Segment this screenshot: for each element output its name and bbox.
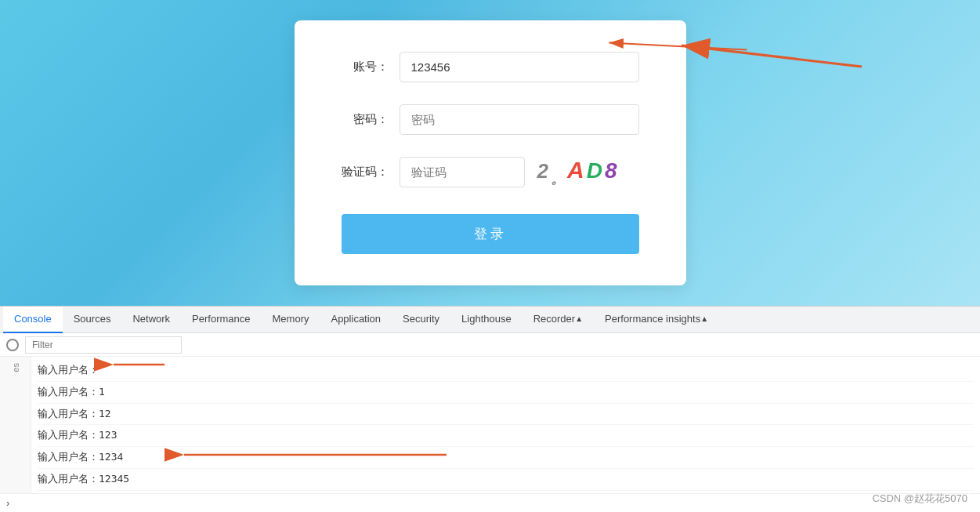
account-input[interactable] (400, 52, 639, 82)
bottom-prompt: › (0, 493, 980, 512)
filter-input[interactable] (25, 336, 182, 354)
tab-console[interactable]: Console (3, 307, 63, 333)
devtools-content: es 输入用户名： 输入用户名：1 输入用户名：1 (0, 357, 980, 493)
login-button[interactable]: 登录 (342, 214, 639, 254)
console-line-3: 输入用户名：12 (38, 404, 974, 426)
captcha-image: 2。AD8 (537, 157, 620, 188)
chevron-right-icon: › (6, 497, 9, 509)
devtools-tabs: Console Sources Network Performance Memo… (0, 307, 980, 333)
login-card: 账号： 密码： 验证码： 2。AD8 登录 (295, 20, 686, 286)
tab-network[interactable]: Network (121, 307, 181, 333)
sidebar-label: es (11, 363, 20, 372)
captcha-char-2: 2 (537, 159, 551, 183)
password-row: 密码： (342, 104, 639, 135)
account-label: 账号： (342, 60, 389, 74)
devtools-sidebar: es (0, 357, 31, 493)
main-content: 账号： 密码： 验证码： 2。AD8 登录 (0, 0, 980, 306)
captcha-group: 2。AD8 (400, 157, 620, 188)
svg-line-3 (682, 45, 862, 67)
tab-performance-insights[interactable]: Performance insights (594, 307, 719, 333)
captcha-char-D: D (587, 158, 605, 183)
captcha-label: 验证码： (342, 165, 389, 180)
captcha-char-A: A (567, 157, 587, 183)
captcha-char-8: 8 (605, 158, 620, 183)
watermark: CSDN @赵花花5070 (872, 492, 967, 506)
tab-security[interactable]: Security (392, 307, 450, 333)
console-line-1: 输入用户名： (38, 360, 974, 382)
tab-sources[interactable]: Sources (63, 307, 122, 333)
tab-performance[interactable]: Performance (181, 307, 261, 333)
password-label: 密码： (342, 112, 389, 127)
tab-application[interactable]: Application (320, 307, 392, 333)
password-input[interactable] (400, 104, 639, 135)
devtools-panel: Console Sources Network Performance Memo… (0, 306, 980, 512)
captcha-input[interactable] (400, 157, 525, 187)
account-row: 账号： (342, 52, 639, 82)
devtools-toolbar (0, 333, 980, 357)
captcha-row: 验证码： 2。AD8 (342, 157, 639, 188)
console-output: 输入用户名： 输入用户名：1 输入用户名：12 输入用户名：123 输入用户名：… (31, 357, 980, 493)
console-line-4: 输入用户名：123 (38, 425, 974, 447)
console-line-6: 输入用户名：12345 (38, 469, 974, 491)
svg-line-1 (609, 42, 747, 49)
circle-icon (6, 339, 19, 351)
tab-memory[interactable]: Memory (262, 307, 320, 333)
console-line-2: 输入用户名：1 (38, 382, 974, 404)
captcha-dot: 。 (551, 170, 567, 186)
tab-lighthouse[interactable]: Lighthouse (450, 307, 523, 333)
tab-recorder[interactable]: Recorder (523, 307, 594, 333)
console-line-5: 输入用户名：1234 (38, 447, 974, 469)
